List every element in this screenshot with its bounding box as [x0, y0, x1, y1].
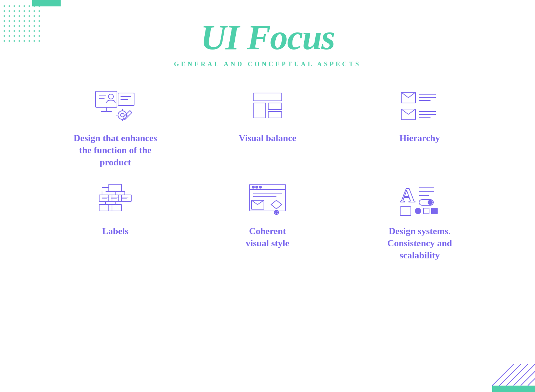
svg-point-74: [428, 200, 432, 205]
icon-coherent: [246, 182, 289, 218]
svg-point-68: [275, 211, 277, 213]
svg-rect-6: [96, 91, 117, 107]
card-design-function: Design that enhancesthe function of thep…: [43, 89, 188, 168]
card-coherent: Coherentvisual style: [195, 182, 340, 261]
svg-point-9: [108, 94, 113, 99]
corner-decoration-top-left: [0, 0, 46, 46]
card-labels: Labels: [43, 182, 188, 261]
svg-line-5: [528, 378, 535, 386]
icon-design-systems: A: [398, 182, 441, 218]
card-label-design-systems: Design systems.Consistency andscalabilit…: [387, 225, 452, 261]
card-hierarchy: Hierarchy: [347, 89, 492, 168]
svg-rect-23: [253, 103, 266, 118]
card-label-labels: Labels: [102, 225, 128, 237]
page-subtitle: GENERAL AND CONCEPTUAL ASPECTS: [0, 61, 535, 68]
page-title: UI Focus: [0, 18, 535, 57]
svg-rect-57: [250, 184, 285, 211]
icon-labels: [94, 182, 137, 218]
dot-grid: [2, 4, 42, 43]
corner-decoration-bottom-right: [492, 363, 535, 392]
svg-rect-44: [119, 195, 131, 201]
svg-line-4: [521, 371, 535, 386]
svg-rect-25: [268, 112, 282, 118]
svg-rect-38: [109, 184, 122, 191]
svg-point-61: [259, 186, 261, 188]
svg-point-59: [252, 186, 254, 188]
icon-visual-balance: [246, 89, 289, 125]
svg-rect-48: [109, 205, 122, 211]
card-label-hierarchy: Hierarchy: [399, 132, 440, 144]
cards-grid: Design that enhancesthe function of thep…: [43, 89, 492, 262]
svg-rect-47: [99, 205, 112, 211]
svg-rect-24: [268, 103, 282, 109]
icon-design-function: [94, 89, 137, 125]
card-label-design-function: Design that enhancesthe function of thep…: [73, 132, 157, 168]
svg-line-27: [401, 92, 408, 98]
card-visual-balance: Visual balance: [195, 89, 340, 168]
svg-line-65: [251, 200, 258, 205]
svg-line-31: [408, 109, 416, 114]
svg-point-60: [256, 186, 258, 188]
svg-rect-43: [109, 195, 122, 201]
icon-hierarchy: [398, 89, 441, 125]
svg-rect-78: [432, 208, 437, 214]
svg-rect-22: [253, 93, 282, 101]
card-design-systems: A Design systems.Consistency andscalabil…: [347, 182, 492, 261]
svg-rect-75: [400, 207, 411, 216]
card-label-visual-balance: Visual balance: [239, 132, 296, 144]
svg-line-66: [258, 200, 264, 205]
svg-point-76: [415, 208, 421, 214]
diagonal-lines: [492, 364, 535, 386]
card-label-coherent: Coherentvisual style: [246, 225, 289, 249]
svg-text:A: A: [400, 184, 415, 207]
header: UI Focus GENERAL AND CONCEPTUAL ASPECTS: [0, 0, 535, 68]
svg-rect-77: [423, 208, 429, 214]
teal-bar-bottom: [492, 386, 535, 392]
svg-rect-41: [99, 195, 112, 201]
svg-line-28: [408, 92, 416, 98]
svg-line-30: [401, 109, 408, 114]
